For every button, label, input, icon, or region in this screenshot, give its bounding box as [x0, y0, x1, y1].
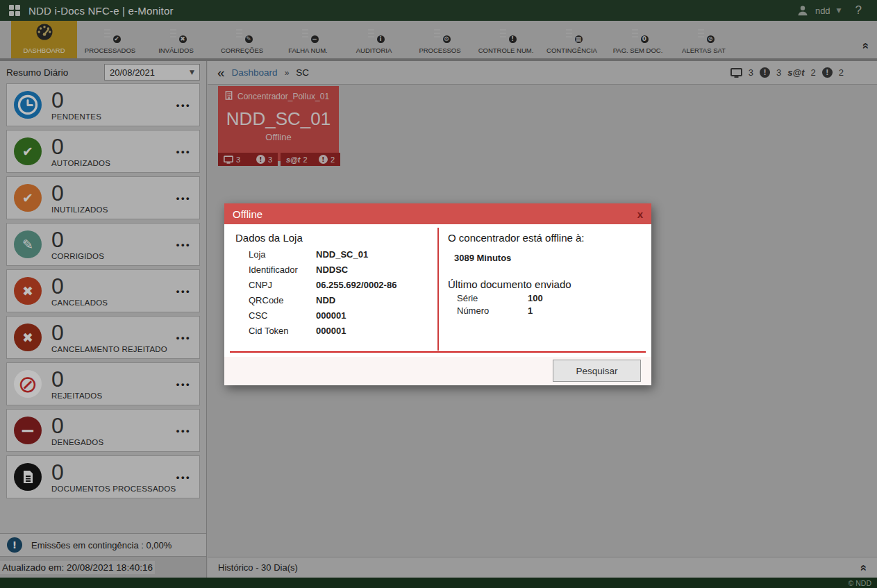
dialog-body: Dados da Loja LojaNDD_SC_01 Identificado… — [224, 224, 651, 357]
store-field-row: CNPJ06.255.692/0002-86 — [249, 280, 433, 289]
app-window: NDD i-Docs NFC-e | e-Monitor ndd ▼ ? — [0, 0, 877, 588]
store-field-row: QRCodeNDD — [249, 296, 433, 305]
store-field-row: Cid Token000001 — [249, 326, 433, 335]
footer-divider — [230, 351, 646, 353]
doc-field-row: Série100 — [457, 294, 642, 303]
search-button[interactable]: Pesquisar — [553, 360, 641, 382]
store-field-row: LojaNDD_SC_01 — [249, 250, 433, 259]
offline-duration: 3089 Minutos — [454, 253, 642, 263]
doc-field-row: Número1 — [457, 307, 642, 315]
dialog-footer: Pesquisar — [224, 357, 651, 385]
store-heading: Dados da Loja — [235, 232, 433, 244]
close-icon[interactable]: x — [637, 208, 643, 220]
dialog-title-bar: Offline x — [224, 203, 651, 224]
offline-dialog: Offline x Dados da Loja LojaNDD_SC_01 Id… — [224, 203, 651, 385]
store-field-row: CSC000001 — [249, 311, 433, 320]
dialog-title: Offline — [233, 208, 262, 220]
store-data-section: Dados da Loja LojaNDD_SC_01 Identificado… — [235, 232, 433, 335]
offline-heading: O concentrador está offline à: — [448, 232, 642, 244]
last-doc-heading: Último documento enviado — [448, 278, 642, 290]
offline-info-section: O concentrador está offline à: 3089 Minu… — [448, 232, 642, 315]
store-field-row: IdentificadorNDDSC — [249, 265, 433, 274]
column-divider — [437, 228, 439, 351]
